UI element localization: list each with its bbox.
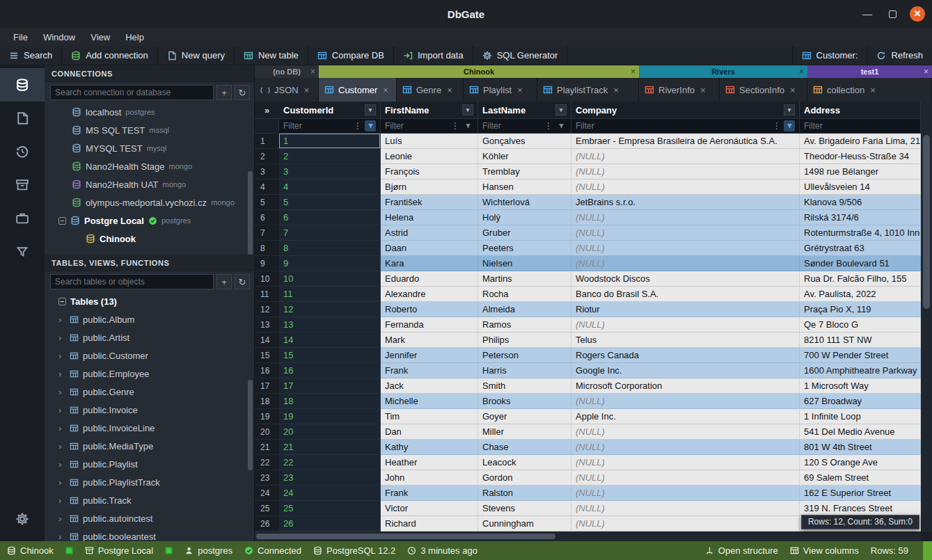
cell-address[interactable]: 1 Infinite Loop — [800, 409, 921, 424]
row-number[interactable]: 25 — [255, 501, 279, 516]
cell-company[interactable]: (NULL) — [571, 179, 800, 195]
activitybar-file[interactable] — [0, 102, 45, 135]
table-item-public-track[interactable]: ›public.Track — [45, 491, 254, 509]
table-row[interactable]: 1515JenniferPetersonRogers Canada700 W P… — [255, 348, 921, 363]
cell-firstname[interactable]: Victor — [381, 501, 478, 516]
cell-lastname[interactable]: Smith — [478, 378, 571, 394]
cell-company[interactable]: Riotur — [571, 302, 800, 317]
cell-customerid[interactable]: 23 — [279, 470, 381, 486]
cell-lastname[interactable]: Brooks — [478, 394, 571, 409]
cell-customerid[interactable]: 4 — [279, 179, 381, 195]
cell-customerid[interactable]: 22 — [279, 455, 381, 470]
cell-company[interactable]: Embraer - Empresa Brasileira de Aeronáut… — [571, 134, 800, 149]
table-row[interactable]: 22LeonieKöhler(NULL)Theodor-Heuss-Straße… — [255, 149, 921, 164]
cell-company[interactable]: (NULL) — [571, 149, 800, 164]
cell-firstname[interactable]: Fernanda — [381, 317, 478, 333]
tab-riverinfo[interactable]: RiverInfo× — [639, 78, 720, 102]
row-number[interactable]: 23 — [255, 470, 279, 486]
tab-sectioninfo[interactable]: SectionInfo× — [720, 78, 807, 102]
cell-address[interactable]: 541 Del Medio Avenue — [800, 424, 921, 440]
close-button[interactable]: ✕ — [910, 6, 925, 22]
add-connection-small-button[interactable]: + — [216, 85, 232, 100]
table-row[interactable]: 55FrantišekWichterlováJetBrains s.r.o.Kl… — [255, 195, 921, 210]
close-icon[interactable]: × — [799, 67, 804, 77]
cell-customerid[interactable]: 20 — [279, 424, 381, 440]
filter-input-firstname[interactable]: Filter⋮ — [381, 118, 478, 134]
cell-address[interactable]: Praça Pio X, 119 — [800, 302, 921, 317]
close-icon[interactable]: × — [790, 85, 796, 95]
cell-lastname[interactable]: Gruber — [478, 225, 571, 241]
toolbar-button-search[interactable]: Search — [0, 46, 62, 65]
table-row[interactable]: 99KaraNielsen(NULL)Sønder Boulevard 51 — [255, 256, 921, 271]
vertical-scrollbar[interactable] — [921, 102, 932, 531]
table-item-public-artist[interactable]: ›public.Artist — [45, 328, 254, 346]
chevron-right-icon[interactable]: › — [58, 513, 65, 524]
cell-lastname[interactable]: Almeida — [478, 302, 571, 317]
table-row[interactable]: 1818MichelleBrooks(NULL)627 Broadway — [255, 394, 921, 409]
cell-customerid[interactable]: 9 — [279, 256, 381, 271]
cell-firstname[interactable]: Daan — [381, 241, 478, 256]
cell-customerid[interactable]: 7 — [279, 225, 381, 241]
cell-firstname[interactable]: Kara — [381, 256, 478, 271]
cell-firstname[interactable]: Helena — [381, 210, 478, 225]
cell-company[interactable]: (NULL) — [571, 164, 800, 179]
table-row[interactable]: 2121KathyChase(NULL)801 W 4th Street — [255, 440, 921, 455]
toolbar-button-import-data[interactable]: Import data — [394, 46, 473, 65]
column-header-customerid[interactable]: CustomerId▾ — [279, 102, 381, 118]
close-icon[interactable]: × — [517, 85, 523, 95]
table-row[interactable]: 1717JackSmithMicrosoft Corporation1 Micr… — [255, 378, 921, 394]
tab-json[interactable]: { }JSON× — [255, 78, 319, 102]
cell-address[interactable]: Av. Paulista, 2022 — [800, 287, 921, 302]
cell-address[interactable]: Av. Brigadeiro Faria Lima, 2170 — [800, 134, 921, 149]
row-number[interactable]: 19 — [255, 409, 279, 424]
cell-firstname[interactable]: Jack — [381, 378, 478, 394]
maximize-button[interactable] — [885, 6, 900, 22]
cell-company[interactable]: (NULL) — [571, 516, 800, 531]
cell-customerid[interactable]: 26 — [279, 516, 381, 531]
horizontal-scrollbar-thumb[interactable] — [256, 534, 555, 539]
cell-lastname[interactable]: Philips — [478, 333, 571, 348]
tab-playlist[interactable]: Playlist× — [464, 78, 537, 102]
table-row[interactable]: 66HelenaHolý(NULL)Rilská 3174/6 — [255, 210, 921, 225]
cell-company[interactable]: (NULL) — [571, 241, 800, 256]
cell-address[interactable]: Ullevålsveien 14 — [800, 179, 921, 195]
menu-help[interactable]: Help — [119, 30, 150, 45]
column-header-address[interactable]: Address — [800, 102, 921, 118]
cell-address[interactable]: Grétrystraat 63 — [800, 241, 921, 256]
cell-lastname[interactable]: Ralston — [478, 486, 571, 501]
connection-item-ms-sql-test[interactable]: MS SQL TESTmssql — [45, 121, 254, 139]
filter-funnel-icon[interactable] — [365, 120, 376, 131]
cell-address[interactable]: Rotenturmstraße 4, 1010 Innere Stadt — [800, 225, 921, 241]
cell-customerid[interactable]: 13 — [279, 317, 381, 333]
cell-lastname[interactable]: Stevens — [478, 501, 571, 516]
table-row[interactable]: 2323JohnGordon(NULL)69 Salem Street — [255, 470, 921, 486]
activitybar-database[interactable] — [0, 68, 45, 102]
close-icon[interactable]: × — [447, 85, 452, 95]
table-item-public-genre[interactable]: ›public.Genre — [45, 383, 254, 401]
cell-firstname[interactable]: Frank — [381, 363, 478, 378]
refresh-tables-button[interactable]: ↻ — [235, 274, 250, 289]
cell-address[interactable]: Sønder Boulevard 51 — [800, 256, 921, 271]
row-number[interactable]: 16 — [255, 363, 279, 378]
filter-funnel-icon[interactable] — [784, 120, 795, 131]
cell-customerid[interactable]: 24 — [279, 486, 381, 501]
cell-company[interactable]: (NULL) — [571, 256, 800, 271]
cell-lastname[interactable]: Leacock — [478, 455, 571, 470]
table-row[interactable]: 33FrançoisTremblay(NULL)1498 rue Bélange… — [255, 164, 921, 179]
row-number[interactable]: 22 — [255, 455, 279, 470]
row-number[interactable]: 14 — [255, 333, 279, 348]
table-item-public-booleantest[interactable]: ›public.booleantest — [45, 527, 254, 541]
cell-customerid[interactable]: 16 — [279, 363, 381, 378]
row-number[interactable]: 8 — [255, 241, 279, 256]
chevron-right-icon[interactable]: › — [58, 314, 65, 325]
cell-company[interactable]: (NULL) — [571, 424, 800, 440]
filter-input-lastname[interactable]: Filter⋮ — [478, 118, 571, 134]
column-header-firstname[interactable]: FirstName▾ — [381, 102, 478, 118]
cell-customerid[interactable]: 12 — [279, 302, 381, 317]
cell-lastname[interactable]: Goyer — [478, 409, 571, 424]
row-number[interactable]: 6 — [255, 210, 279, 225]
cell-address[interactable]: Theodor-Heuss-Straße 34 — [800, 149, 921, 164]
table-row[interactable]: 2525VictorStevens(NULL)319 N. Frances St… — [255, 501, 921, 516]
row-number[interactable]: 13 — [255, 317, 279, 333]
cell-customerid[interactable]: 25 — [279, 501, 381, 516]
